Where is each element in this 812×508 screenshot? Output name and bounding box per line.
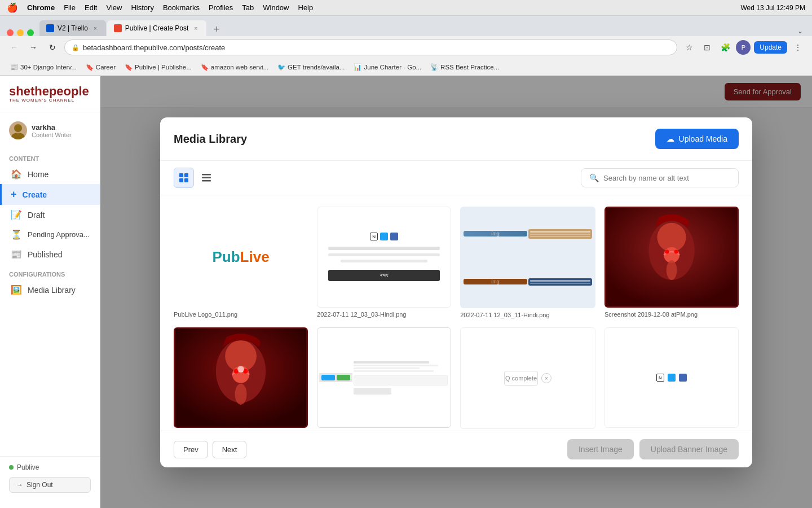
media-item-4[interactable]: Screenshot 2019-12-08 atPM.png xyxy=(604,207,739,318)
menubar-profiles[interactable]: Profiles xyxy=(209,3,233,12)
apple-icon[interactable]: 🍎 xyxy=(7,2,18,13)
bookmark-label-career: Career xyxy=(96,64,116,71)
modal-overlay[interactable]: Media Library ☁ Upload Media xyxy=(100,76,812,508)
sidebar-logo: shethepeople THE WOMEN'S CHANNEL xyxy=(0,85,100,112)
chrome-menu-btn[interactable]: ⋮ xyxy=(791,40,805,55)
modal-header: Media Library ☁ Upload Media xyxy=(160,117,752,161)
menubar-view[interactable]: View xyxy=(106,3,122,12)
tab-trello[interactable]: V2 | Trello × xyxy=(39,20,106,36)
media-item-2[interactable]: N बचाएं 2022-07-11 12_03_03-Hindi.p xyxy=(317,207,451,318)
forward-btn[interactable]: → xyxy=(26,40,41,55)
media-item-8[interactable]: N xyxy=(604,327,739,431)
bookmark-rss[interactable]: 📡 RSS Best Practice... xyxy=(427,62,502,72)
avatar xyxy=(9,121,27,139)
configurations-section-label: Configurations xyxy=(0,269,100,280)
sign-out-button[interactable]: → Sign Out xyxy=(9,477,91,493)
bookmark-django[interactable]: 📰 30+ Django Interv... xyxy=(7,62,80,72)
maximize-window-btn[interactable] xyxy=(27,29,34,36)
sidebar-item-pending[interactable]: ⏳ Pending Approva... xyxy=(0,225,100,244)
bookmark-publive[interactable]: 🔖 Publive | Publishe... xyxy=(121,62,195,72)
media-item-1[interactable]: PubLive PubLive Logo_011.png xyxy=(174,207,308,318)
nav-bar: ← → ↻ 🔒 betadashboard.thepublive.com/pos… xyxy=(0,36,812,59)
tab-label-publive: Publive | Create Post xyxy=(125,24,189,32)
menubar-file[interactable]: File xyxy=(64,3,76,12)
back-btn[interactable]: ← xyxy=(7,40,21,55)
app-container: shethepeople THE WOMEN'S CHANNEL varkha … xyxy=(0,76,812,508)
media-item-5[interactable]: Screensho 2019-12-08 at 12.34.10 PM.png xyxy=(174,327,308,431)
content-section-label: Content xyxy=(0,153,100,164)
menubar-history[interactable]: History xyxy=(131,3,153,12)
cast-btn[interactable]: ⊡ xyxy=(700,40,714,55)
search-icon: 🔍 xyxy=(589,173,599,182)
sidebar-label-draft: Draft xyxy=(28,211,45,220)
profile-btn[interactable]: P xyxy=(736,40,751,55)
menubar-bookmarks[interactable]: Bookmarks xyxy=(163,3,200,12)
minimize-window-btn[interactable] xyxy=(17,29,24,36)
tab-close-trello[interactable]: × xyxy=(91,24,99,32)
create-icon: + xyxy=(11,189,17,200)
sidebar-item-draft[interactable]: 📝 Draft xyxy=(0,205,100,225)
menubar-window[interactable]: Window xyxy=(263,3,289,12)
tab-label-trello: V2 | Trello xyxy=(58,24,88,32)
sidebar-item-media-library[interactable]: 🖼️ Media Library xyxy=(0,280,100,300)
menubar-chrome[interactable]: Chrome xyxy=(27,3,55,12)
media-thumb-5 xyxy=(174,327,308,428)
upload-banner-image-btn[interactable]: Upload Banner Image xyxy=(639,439,739,459)
menubar-edit[interactable]: Edit xyxy=(85,3,97,12)
sidebar-item-home[interactable]: 🏠 Home xyxy=(0,164,100,184)
reload-btn[interactable]: ↻ xyxy=(45,40,60,55)
svg-rect-8 xyxy=(202,180,211,182)
menubar-tab[interactable]: Tab xyxy=(242,3,254,12)
svg-point-0 xyxy=(14,124,22,132)
bookmark-label-charter: June Charter - Go... xyxy=(364,64,421,71)
list-view-btn[interactable] xyxy=(196,168,217,188)
modal-toolbar: 🔍 xyxy=(160,161,752,195)
media-thumb-7: Q complete × xyxy=(460,327,595,429)
next-page-btn[interactable]: Next xyxy=(213,441,247,458)
media-name-2: 2022-07-11 12_03_03-Hindi.png xyxy=(317,311,451,318)
tab-bar: V2 | Trello × Publive | Create Post × + … xyxy=(0,16,812,36)
bookmark-icon-twitter: 🐦 xyxy=(277,63,285,71)
upload-media-button[interactable]: ☁ Upload Media xyxy=(655,129,739,149)
pending-icon: ⏳ xyxy=(11,229,22,240)
media-thumb-3: img img xyxy=(460,207,595,308)
bookmark-icon-amazon: 🔖 xyxy=(201,63,209,71)
close-window-btn[interactable] xyxy=(7,29,14,36)
bookmark-star-btn[interactable]: ☆ xyxy=(682,40,696,55)
insert-image-btn[interactable]: Insert Image xyxy=(567,439,634,459)
upload-media-label: Upload Media xyxy=(679,134,727,143)
user-name: varkha xyxy=(32,123,72,132)
search-box[interactable]: 🔍 xyxy=(581,168,739,187)
media-item-6[interactable]: 2022-07-11 12_44_08-Publive _ Create Pos… xyxy=(317,327,451,431)
search-input[interactable] xyxy=(603,174,730,182)
sidebar-item-published[interactable]: 📰 Published xyxy=(0,244,100,264)
sidebar-label-pending: Pending Approva... xyxy=(28,230,90,239)
bookmark-icon-career: 🔖 xyxy=(86,63,94,71)
extensions-btn[interactable]: 🧩 xyxy=(718,40,732,55)
tab-close-publive[interactable]: × xyxy=(192,24,200,32)
publive-label: Publive xyxy=(17,463,39,471)
menubar-time: Wed 13 Jul 12:49 PM xyxy=(740,4,805,12)
address-bar[interactable]: 🔒 betadashboard.thepublive.com/posts/cre… xyxy=(64,40,677,55)
sidebar-item-create[interactable]: + Create xyxy=(0,184,100,205)
new-tab-btn[interactable]: + xyxy=(210,23,223,36)
update-btn[interactable]: Update xyxy=(754,41,787,54)
grid-view-btn[interactable] xyxy=(174,168,194,188)
media-item-3[interactable]: img img xyxy=(460,207,595,318)
media-item-7[interactable]: Q complete × 2022-07-11 11_29_51-Publive… xyxy=(460,327,595,431)
bookmark-amazon[interactable]: 🔖 amazon web servi... xyxy=(197,62,272,72)
tab-publive[interactable]: Publive | Create Post × xyxy=(107,20,207,36)
menubar-help[interactable]: Help xyxy=(298,3,314,12)
media-thumb-1: PubLive xyxy=(174,207,308,308)
bookmark-icon-charter: 📊 xyxy=(354,63,361,71)
bookmark-career[interactable]: 🔖 Career xyxy=(82,62,119,72)
prev-page-btn[interactable]: Prev xyxy=(174,441,208,458)
bookmark-twitter[interactable]: 🐦 GET trends/availa... xyxy=(274,62,348,72)
tab-expand-btn[interactable]: ⌄ xyxy=(795,26,805,36)
bookmark-label-rss: RSS Best Practice... xyxy=(440,64,499,71)
media-library-icon: 🖼️ xyxy=(11,284,22,295)
bookmark-charter[interactable]: 📊 June Charter - Go... xyxy=(350,62,425,72)
svg-rect-5 xyxy=(184,178,188,182)
media-name-4: Screenshot 2019-12-08 atPM.png xyxy=(604,311,739,318)
user-section: varkha Content Writer xyxy=(0,117,100,144)
